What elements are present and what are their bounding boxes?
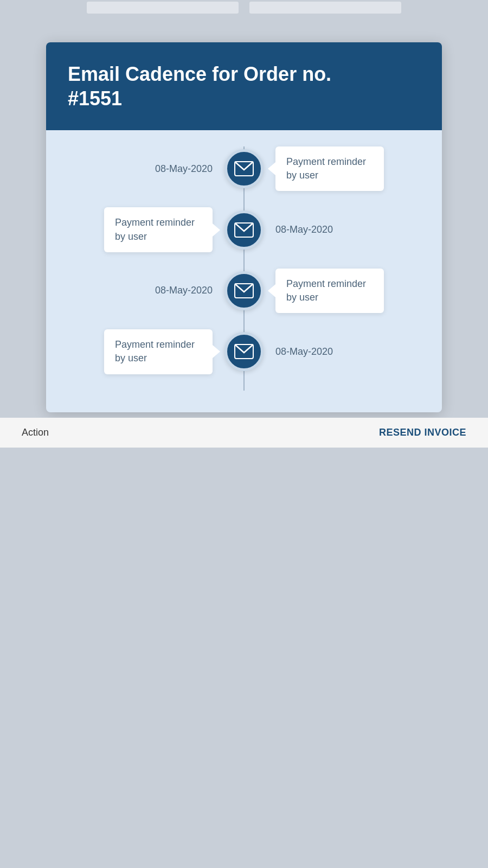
reminder-card-text-3: Payment reminder by user — [286, 278, 366, 303]
tl-date-4: 08-May-2020 — [275, 346, 333, 358]
bottom-bar: Action RESEND INVOICE — [0, 418, 488, 448]
tl-left-1: 08-May-2020 — [81, 163, 222, 175]
mail-icon-2 — [234, 222, 254, 238]
tl-center-1 — [222, 149, 266, 188]
timeline: 08-May-2020 Payment reminder by user — [68, 146, 420, 391]
tl-center-4 — [222, 332, 266, 371]
reminder-card-text-1: Payment reminder by user — [286, 156, 366, 181]
modal-header: Email Cadence for Order no. #1551 — [46, 42, 442, 130]
timeline-row: Payment reminder by user 08-May-2020 — [68, 207, 420, 252]
action-label: Action — [22, 427, 49, 438]
mail-icon-1 — [234, 161, 254, 176]
tl-right-4: 08-May-2020 — [266, 346, 407, 358]
tl-right-1: Payment reminder by user — [266, 146, 407, 191]
top-bar-btn-left — [87, 2, 239, 14]
mail-circle-3 — [224, 271, 264, 310]
modal-title-line2: #1551 — [68, 87, 122, 110]
top-bar-btn-right — [249, 2, 401, 14]
tl-right-2: 08-May-2020 — [266, 224, 407, 235]
modal-title-line1: Email Cadence for Order no. — [68, 63, 331, 85]
reminder-card-1: Payment reminder by user — [275, 146, 384, 191]
tl-left-2: Payment reminder by user — [81, 207, 222, 252]
mail-icon-4 — [234, 344, 254, 359]
modal-title: Email Cadence for Order no. #1551 — [68, 62, 420, 111]
tl-center-2 — [222, 210, 266, 250]
reminder-card-text-2: Payment reminder by user — [115, 217, 195, 241]
tl-date-3: 08-May-2020 — [155, 285, 213, 296]
tl-date-1: 08-May-2020 — [155, 163, 213, 175]
mail-circle-4 — [224, 332, 264, 371]
email-cadence-modal: Email Cadence for Order no. #1551 08-May… — [46, 42, 442, 412]
modal-body: 08-May-2020 Payment reminder by user — [46, 130, 442, 412]
tl-left-4: Payment reminder by user — [81, 329, 222, 374]
mail-circle-1 — [224, 149, 264, 188]
mail-icon-3 — [234, 283, 254, 298]
mail-circle-2 — [224, 210, 264, 250]
tl-left-3: 08-May-2020 — [81, 285, 222, 296]
reminder-card-2: Payment reminder by user — [104, 207, 213, 252]
resend-invoice-button[interactable]: RESEND INVOICE — [379, 427, 466, 438]
tl-center-3 — [222, 271, 266, 310]
timeline-row: Payment reminder by user 08-May-2020 — [68, 329, 420, 374]
timeline-row: 08-May-2020 Payment reminder by user — [68, 146, 420, 191]
timeline-row: 08-May-2020 Payment reminder by user — [68, 269, 420, 313]
tl-right-3: Payment reminder by user — [266, 269, 407, 313]
tl-date-2: 08-May-2020 — [275, 224, 333, 235]
reminder-card-4: Payment reminder by user — [104, 329, 213, 374]
top-bar — [0, 0, 488, 15]
reminder-card-text-4: Payment reminder by user — [115, 339, 195, 363]
reminder-card-3: Payment reminder by user — [275, 269, 384, 313]
